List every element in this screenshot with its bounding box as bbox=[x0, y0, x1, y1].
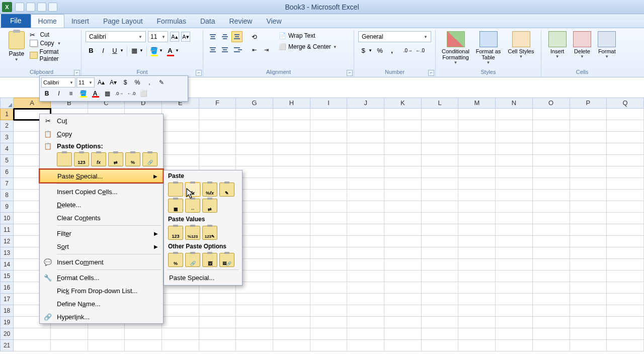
cell[interactable] bbox=[347, 328, 384, 340]
cell[interactable] bbox=[607, 224, 644, 236]
cell[interactable] bbox=[570, 236, 607, 247]
context-paste-special[interactable]: Paste Special...▶ bbox=[40, 169, 163, 183]
submenu-paste-values-source[interactable]: 123✎ bbox=[202, 226, 217, 240]
cell[interactable] bbox=[273, 317, 310, 328]
italic-button[interactable]: I bbox=[98, 45, 109, 56]
cell[interactable] bbox=[162, 305, 199, 317]
number-format-dropdown[interactable]: General▼ bbox=[358, 31, 431, 42]
context-sort[interactable]: Sort▶ bbox=[40, 240, 163, 253]
column-header[interactable]: M bbox=[458, 98, 496, 109]
submenu-paste-special-item[interactable]: Paste Special... bbox=[164, 272, 242, 284]
cell[interactable] bbox=[496, 109, 533, 120]
paste-option-link[interactable]: 🔗 bbox=[142, 152, 157, 166]
cell[interactable] bbox=[496, 166, 533, 178]
cell[interactable] bbox=[422, 270, 459, 282]
cell[interactable] bbox=[273, 305, 310, 317]
wrap-text-button[interactable]: 📄Wrap Text bbox=[277, 31, 339, 40]
row-header[interactable]: 13 bbox=[0, 247, 14, 259]
cell[interactable] bbox=[310, 294, 348, 305]
cell[interactable] bbox=[384, 166, 422, 178]
cell[interactable] bbox=[458, 166, 496, 178]
cell[interactable] bbox=[422, 213, 459, 224]
row-header[interactable]: 5 bbox=[0, 155, 14, 166]
cell[interactable] bbox=[570, 317, 607, 328]
cell[interactable] bbox=[347, 109, 384, 120]
paste-option-formatting[interactable]: % bbox=[125, 152, 140, 166]
cell[interactable] bbox=[162, 120, 199, 132]
cell[interactable] bbox=[273, 328, 310, 340]
cell[interactable] bbox=[607, 213, 644, 224]
context-clear-contents[interactable]: Clear Contents bbox=[40, 211, 163, 224]
row-header[interactable]: 19 bbox=[0, 317, 14, 328]
row-header[interactable]: 12 bbox=[0, 236, 14, 247]
context-filter[interactable]: Filter▶ bbox=[40, 227, 163, 240]
decrease-font-button[interactable]: A▾ bbox=[181, 32, 190, 42]
cell[interactable] bbox=[496, 328, 533, 340]
cell[interactable] bbox=[273, 132, 310, 143]
cell[interactable] bbox=[533, 166, 570, 178]
cell[interactable] bbox=[347, 143, 384, 155]
cell[interactable] bbox=[273, 247, 310, 259]
cell[interactable] bbox=[384, 132, 422, 143]
mini-decrease-decimal-button[interactable]: ←.0 bbox=[126, 88, 137, 99]
cell[interactable] bbox=[162, 294, 199, 305]
column-header[interactable]: F bbox=[199, 98, 236, 109]
cell[interactable] bbox=[496, 340, 533, 351]
cell[interactable] bbox=[607, 305, 644, 317]
column-header[interactable]: L bbox=[422, 98, 459, 109]
cell[interactable] bbox=[533, 201, 570, 213]
cell[interactable] bbox=[570, 259, 607, 270]
cell[interactable] bbox=[458, 155, 496, 166]
cell[interactable] bbox=[88, 340, 125, 351]
cell[interactable] bbox=[384, 143, 422, 155]
cell[interactable] bbox=[162, 328, 199, 340]
cell[interactable] bbox=[310, 270, 348, 282]
cell[interactable] bbox=[458, 143, 496, 155]
context-define-name[interactable]: Define Name... bbox=[40, 297, 163, 310]
cell[interactable] bbox=[236, 340, 273, 351]
cell[interactable] bbox=[570, 340, 607, 351]
tab-file[interactable]: File bbox=[1, 14, 31, 28]
cell[interactable] bbox=[458, 259, 496, 270]
cell[interactable] bbox=[347, 294, 384, 305]
cell[interactable] bbox=[570, 270, 607, 282]
cell[interactable] bbox=[570, 305, 607, 317]
row-header[interactable]: 3 bbox=[0, 132, 14, 143]
undo-icon[interactable] bbox=[26, 3, 35, 12]
font-color-button[interactable]: A▼ bbox=[165, 45, 180, 56]
cell[interactable] bbox=[570, 166, 607, 178]
increase-indent-button[interactable]: ⇥ bbox=[261, 44, 272, 55]
cell[interactable] bbox=[570, 201, 607, 213]
cell[interactable] bbox=[384, 236, 422, 247]
cell[interactable] bbox=[533, 224, 570, 236]
cell[interactable] bbox=[199, 109, 236, 120]
format-button[interactable]: Format▼ bbox=[595, 31, 619, 59]
cell[interactable] bbox=[607, 259, 644, 270]
fill-color-button[interactable]: 🪣▼ bbox=[149, 45, 164, 56]
cell[interactable] bbox=[533, 282, 570, 294]
cell[interactable] bbox=[310, 120, 348, 132]
align-right-button[interactable] bbox=[231, 44, 243, 55]
cell[interactable] bbox=[273, 236, 310, 247]
cell[interactable] bbox=[570, 190, 607, 201]
cell[interactable] bbox=[607, 247, 644, 259]
percent-button[interactable]: % bbox=[374, 45, 385, 56]
column-header[interactable]: Q bbox=[607, 98, 644, 109]
cell[interactable] bbox=[347, 120, 384, 132]
merge-center-button[interactable]: ⬜Merge & Center▼ bbox=[277, 42, 339, 51]
cell[interactable] bbox=[570, 132, 607, 143]
cell-styles-button[interactable]: Cell Styles▼ bbox=[505, 31, 537, 65]
cell[interactable] bbox=[607, 143, 644, 155]
cell[interactable] bbox=[310, 213, 348, 224]
submenu-paste-keep-source[interactable]: ✎ bbox=[219, 183, 234, 197]
cell[interactable] bbox=[570, 224, 607, 236]
column-header[interactable]: H bbox=[273, 98, 310, 109]
cell[interactable] bbox=[422, 340, 459, 351]
cell[interactable] bbox=[347, 213, 384, 224]
row-header[interactable]: 18 bbox=[0, 305, 14, 317]
cell[interactable] bbox=[570, 213, 607, 224]
cell[interactable] bbox=[533, 294, 570, 305]
cell[interactable] bbox=[384, 224, 422, 236]
cell[interactable] bbox=[496, 224, 533, 236]
row-header[interactable]: 10 bbox=[0, 213, 14, 224]
